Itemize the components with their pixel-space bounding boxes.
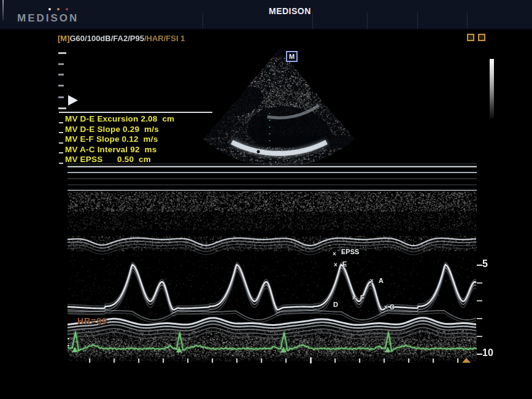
mode-badge: [M] <box>58 34 70 43</box>
caliper-x-icon: × <box>352 295 356 301</box>
topbar-separator <box>367 12 368 29</box>
caliper-x-icon: × <box>334 261 337 268</box>
topbar-separator <box>202 12 203 29</box>
heart-rate-label: HR=99 <box>77 316 107 326</box>
tick-icon <box>59 142 63 144</box>
harmonics-params: /HAR/FSI 1 <box>144 34 185 43</box>
measurement-text: MV E-F Slope 0.12 m/s <box>65 134 158 145</box>
tick-icon <box>59 152 63 153</box>
caliper-x-icon: × <box>384 304 388 311</box>
trace-label-a: A <box>379 277 384 284</box>
brand-logo: MEDISON <box>17 12 79 25</box>
depth-label-5: 5 <box>482 258 488 269</box>
topbar-separator <box>417 12 418 29</box>
panel-divider <box>59 112 212 113</box>
clipboard-icon[interactable] <box>478 34 485 41</box>
caliper-x-icon: × <box>370 277 374 284</box>
imaging-params: G60/100dB/FA2/P95 <box>70 34 144 43</box>
measurement-row: MV A-C Interval 92 ms <box>59 145 212 155</box>
measurement-text: MV D-E Excursion 2.08 cm <box>65 114 174 125</box>
ultrasound-image-canvas <box>0 0 532 399</box>
left-edge-line <box>2 0 4 20</box>
measurement-row: MV D-E Excursion 2.08 cm <box>59 114 212 125</box>
tick-icon <box>59 132 63 133</box>
trace-label-e: E <box>342 260 347 268</box>
mline-badge: M <box>286 51 298 62</box>
ultrasound-screen: MEDISON MEDISON [M]G60/100dB/FA2/P95/HAR… <box>0 0 532 399</box>
topbar-separator <box>467 12 468 29</box>
grayscale-bar <box>490 59 494 118</box>
measurement-row: MV E-F Slope 0.12 m/s <box>59 134 212 145</box>
logo-dot-orange-icon <box>57 8 60 10</box>
topbar-separator <box>312 12 313 29</box>
trace-label-c: C <box>390 303 395 311</box>
trace-label-d: D <box>333 301 338 308</box>
window-title: MEDISON <box>269 6 311 16</box>
tick-icon <box>59 163 63 164</box>
measurement-text: MV A-C Interval 92 ms <box>65 145 156 155</box>
imaging-params-line: [M]G60/100dB/FA2/P95/HAR/FSI 1 <box>58 34 185 43</box>
depth-label-10: 10 <box>482 347 493 358</box>
measurement-row: MV EPSS 0.50 cm <box>59 155 212 165</box>
thumbnail-store-icon[interactable] <box>467 34 474 41</box>
top-bar: MEDISON MEDISON <box>0 0 532 29</box>
tick-icon <box>59 122 63 123</box>
measurement-text: MV D-E Slope 0.29 m/s <box>65 125 159 135</box>
measurement-panel: MV D-E Excursion 2.08 cm MV D-E Slope 0.… <box>59 112 212 165</box>
logo-dot-white-icon <box>48 8 51 10</box>
trace-label-epss: EPSS <box>341 248 359 255</box>
measurement-row: MV D-E Slope 0.29 m/s <box>59 125 212 135</box>
logo-dot-red-icon <box>66 8 68 10</box>
measurement-text: MV EPSS 0.50 cm <box>65 155 151 165</box>
caliper-x-icon: × <box>333 250 336 257</box>
trace-label-f: F <box>360 294 364 301</box>
